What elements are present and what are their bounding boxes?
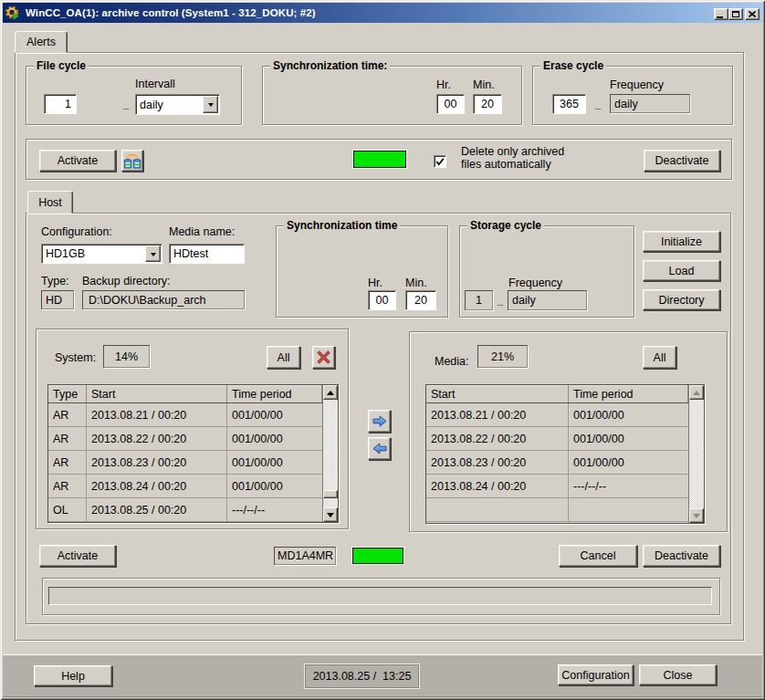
file-cycle-value-field[interactable]: 1 [44,94,77,114]
table-row[interactable]: AR2013.08.21 / 00:20001/00/00 [48,403,322,427]
storage-frequency-value: daily [512,294,536,307]
table-cell: OL [48,498,87,521]
table-header-row: TypeStartTime period [48,385,322,403]
erase-cycle-separator: _ [595,99,601,110]
close-icon [749,11,756,17]
type-field: HD [41,290,74,309]
chevron-down-icon [208,103,214,110]
media-activate-button[interactable]: Activate [39,545,116,567]
tab-alerts[interactable]: Alerts [15,31,68,53]
table-row[interactable]: 2013.08.22 / 00:20001/00/00 [426,427,688,451]
table-cell [569,498,688,521]
minimize-button[interactable] [714,8,728,20]
initialize-label: Initialize [661,235,702,248]
initialize-button[interactable]: Initialize [643,231,720,252]
cancel-button[interactable]: Cancel [559,545,637,567]
erase-frequency-label: Frequency [610,78,664,91]
system-scroll-down-button[interactable] [323,507,338,522]
system-table-scrollbar[interactable] [322,385,338,522]
table-cell: 2013.08.24 / 00:20 [426,475,569,497]
sync-top-min-value: 20 [481,98,494,110]
backup-directory-label: Backup directory: [82,275,171,287]
table-cell: 001/00/00 [569,427,688,450]
media-deactivate-button[interactable]: Deactivate [643,545,720,567]
arrow-up-icon [693,387,700,395]
copy-to-media-button[interactable] [368,410,391,433]
media-table-body: StartTime period2013.08.21 / 00:20001/00… [426,385,688,523]
storage-cycle-value-field: 1 [465,290,493,310]
system-scroll-up-button[interactable] [323,385,338,400]
host-hr-field[interactable]: 00 [368,290,396,310]
table-cell: 2013.08.21 / 00:20 [426,403,569,426]
media-percent-value: 21% [491,350,514,363]
table-cell: AR [48,451,87,474]
interval-combobox[interactable]: daily [135,94,220,115]
tab-host[interactable]: Host [27,191,73,214]
tab-host-label: Host [38,196,62,209]
configuration-dropdown-button[interactable] [145,246,161,262]
alerts-activate-button[interactable]: Activate [39,150,116,172]
media-scroll-up-button[interactable] [689,385,704,400]
configuration-button[interactable]: Configuration [558,664,634,685]
media-all-label: All [654,351,666,364]
media-scroll-down-button[interactable] [689,508,704,523]
chevron-down-icon [151,253,156,259]
table-row[interactable]: AR2013.08.22 / 00:20001/00/00 [48,427,322,451]
media-id-field: MD1A4MR [274,547,336,565]
table-cell: AR [48,403,87,426]
maximize-button[interactable] [728,8,743,20]
table-row[interactable]: OL2013.08.25 / 00:20---/--/-- [48,498,322,522]
gear-icon [5,5,20,20]
arrow-left-icon [372,443,387,454]
configuration-combobox[interactable]: HD1GB [41,244,162,264]
media-table-scrollbar[interactable] [688,385,704,523]
table-header-cell: Type [48,385,87,402]
help-button[interactable]: Help [34,665,112,686]
storage-frequency-field: daily [508,290,587,310]
media-table[interactable]: StartTime period2013.08.21 / 00:20001/00… [425,384,705,524]
table-row[interactable]: AR2013.08.24 / 00:20001/00/00 [48,475,322,498]
table-row[interactable]: AR2013.08.23 / 00:20001/00/00 [48,451,322,475]
media-name-field[interactable]: HDtest [169,244,245,264]
db-link-button[interactable] [121,150,143,172]
media-name-value: HDtest [173,247,208,260]
copy-to-system-button[interactable] [368,437,391,460]
arrow-right-icon [372,415,387,427]
media-all-button[interactable]: All [643,346,676,369]
load-button[interactable]: Load [643,260,720,281]
window-title: WinCC_OA(1): archive control (System1 - … [20,7,316,18]
media-name-label: Media name: [169,225,235,238]
table-cell: AR [48,427,87,450]
table-row[interactable]: 2013.08.24 / 00:20---/--/-- [426,475,688,498]
table-row[interactable]: 2013.08.21 / 00:20001/00/00 [426,403,688,427]
interval-dropdown-button[interactable] [203,96,218,113]
delete-archived-checkbox[interactable] [434,155,446,168]
sync-top-min-field[interactable]: 20 [473,94,502,114]
table-row[interactable] [426,498,688,522]
host-hr-value: 00 [376,294,389,307]
table-cell [426,498,569,521]
table-cell: 001/00/00 [227,475,322,497]
system-delete-button[interactable] [312,346,335,369]
host-min-field[interactable]: 20 [405,290,436,310]
erase-cycle-value-field[interactable]: 365 [552,94,586,114]
load-label: Load [669,265,695,277]
delete-archived-checkbox-label: Delete only archived files automatically [461,146,564,171]
erase-cycle-value: 365 [560,98,579,110]
system-table[interactable]: TypeStartTime periodAR2013.08.21 / 00:20… [47,384,339,523]
interval-label: Intervall [135,78,175,90]
directory-button[interactable]: Directory [643,289,720,310]
checkbox-label-line2: files automatically [461,159,564,172]
alerts-deactivate-button[interactable]: Deactivate [644,150,720,172]
sync-top-hr-field[interactable]: 00 [436,94,465,114]
host-min-value: 20 [414,294,427,307]
media-percent-field: 21% [477,345,528,368]
close-dialog-button[interactable]: Close [639,664,717,685]
system-scroll-thumb[interactable] [323,490,338,498]
system-all-button[interactable]: All [267,346,300,369]
table-row[interactable]: 2013.08.23 / 00:20001/00/00 [426,451,688,475]
alerts-status-indicator [353,151,406,168]
type-value: HD [46,294,62,307]
close-button[interactable] [745,8,760,20]
datetime-value: 2013.08.25 / 13:25 [313,670,412,683]
